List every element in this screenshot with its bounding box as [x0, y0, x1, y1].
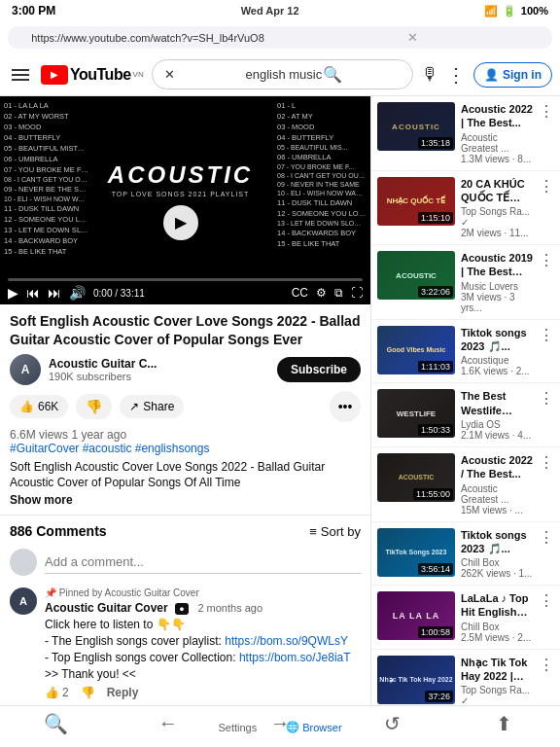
channel-subs: 190K subscribers	[49, 371, 157, 382]
comment-link-1[interactable]: https://bom.so/9QWLsY	[225, 634, 348, 648]
comment-link-2[interactable]: https://bom.so/Je8iaT	[239, 651, 351, 664]
fullscreen-button[interactable]: ⛶	[351, 286, 363, 300]
sidebar-video-7[interactable]: TikTok Songs 2023 3:56:14 Tiktok songs 2…	[371, 522, 560, 587]
playlist-item: 12 - SOMEONE YOU LOVED	[4, 214, 88, 225]
sidebar-video-1[interactable]: ACOUSTIC 1:35:18 Acoustic 2022 | The Bes…	[371, 96, 560, 171]
like-button[interactable]: 👍 66K	[10, 395, 68, 418]
sidebar-video-inner-7[interactable]: TikTok Songs 2023 3:56:14 Tiktok songs 2…	[371, 522, 560, 587]
sidebar: ACOUSTIC 1:35:18 Acoustic 2022 | The Bes…	[370, 96, 560, 747]
status-icons: 📶 🔋 100%	[484, 5, 548, 18]
sidebar-video-4[interactable]: Good Vibes Music 1:11:03 Tiktok songs 20…	[371, 320, 560, 384]
comment-dislike-button-pinned[interactable]: 👎	[81, 686, 95, 699]
search-bar[interactable]: ✕ english music 🔍	[152, 59, 413, 89]
sort-by-button[interactable]: ≡ Sort by	[309, 524, 361, 539]
playlist-item: 02 - AT MY WORST	[4, 111, 88, 122]
sidebar-video-inner-1[interactable]: ACOUSTIC 1:35:18 Acoustic 2022 | The Bes…	[371, 96, 560, 171]
sign-in-button[interactable]: 👤 Sign in	[473, 62, 552, 88]
address-bar[interactable]: https://www.youtube.com/watch?v=SH_lb4rV…	[8, 26, 552, 49]
sidebar-more-5[interactable]: ⋮	[539, 389, 554, 441]
playlist-item-r: 03 - MOOD	[277, 122, 367, 132]
reply-button-pinned[interactable]: Reply	[107, 686, 139, 699]
sidebar-thumb-5: WESTLIFE 1:50:33	[377, 389, 455, 438]
more-options-icon[interactable]: ⋮	[446, 63, 466, 87]
back-icon: ←	[158, 712, 178, 734]
comments-count: 886 Comments	[10, 523, 107, 539]
dislike-icon-comment: 👎	[81, 686, 95, 699]
more-actions-button[interactable]: •••	[330, 391, 361, 422]
channel-name[interactable]: Acoustic Guitar C...	[49, 357, 157, 371]
search-clear-icon[interactable]: ✕	[164, 67, 242, 82]
sidebar-more-1[interactable]: ⋮	[539, 102, 554, 164]
comment-author-pinned[interactable]: Acoustic Guitar Cover	[45, 601, 168, 615]
sidebar-meta-2: 2M views · 11...	[461, 228, 533, 238]
clear-icon[interactable]: ✕	[280, 30, 544, 45]
time-display: 0:00 / 33:11	[93, 288, 284, 299]
share-icon: ⬆	[496, 712, 512, 735]
playlist-item: 10 - ELI - WISH NOW WAS LATER	[4, 195, 88, 203]
sign-in-label: Sign in	[503, 68, 542, 82]
sidebar-video-5[interactable]: WESTLIFE 1:50:33 The Best Westlife Songs…	[371, 383, 560, 447]
sidebar-channel-6: Acoustic Greatest ...	[461, 483, 533, 505]
sidebar-video-inner-2[interactable]: NHẠC QUỐC TẾ 1:15:10 20 CA KHÚC QUỐC TẾ …	[371, 171, 560, 246]
duration-5: 1:50:33	[418, 424, 453, 436]
playlist-item-r: 01 - L	[277, 100, 367, 111]
browser-label[interactable]: 🌐 Browser	[286, 721, 341, 733]
playlist-item-r: 09 - NEVER IN THE SAME	[277, 180, 367, 189]
hamburger-menu[interactable]	[8, 65, 33, 85]
sidebar-video-8[interactable]: LA LA LA 1:00:58 LaLaLa ♪ Top Hit Englis…	[371, 586, 560, 650]
sidebar-more-3[interactable]: ⋮	[539, 251, 554, 313]
show-more-button[interactable]: Show more	[10, 493, 361, 507]
share-button[interactable]: ↗ Share	[120, 395, 184, 418]
comment-like-count: 2	[62, 686, 69, 699]
comments-header: 886 Comments ≡ Sort by	[10, 523, 361, 539]
time-ago-text: 1 year ago	[71, 428, 126, 442]
sidebar-title-7: Tiktok songs 2023 🎵...	[461, 528, 533, 556]
comment-time-pinned: 2 months ago	[197, 602, 262, 614]
sidebar-video-inner-4[interactable]: Good Vibes Music 1:11:03 Tiktok songs 20…	[371, 320, 560, 384]
sidebar-video-inner-5[interactable]: WESTLIFE 1:50:33 The Best Westlife Songs…	[371, 383, 560, 447]
comment-input[interactable]	[45, 551, 361, 574]
sidebar-thumb-8: LA LA LA 1:00:58	[377, 591, 455, 640]
action-row: 👍 66K 👎 ↗ Share •••	[10, 391, 361, 422]
sidebar-more-7[interactable]: ⋮	[539, 528, 554, 580]
play-pause-button[interactable]: ▶	[8, 285, 18, 301]
volume-icon[interactable]: 🔊	[69, 285, 86, 301]
pip-button[interactable]: ⧉	[334, 286, 343, 300]
play-button[interactable]: ▶	[163, 205, 198, 240]
subscribe-button[interactable]: Subscribe	[277, 357, 361, 382]
video-description: Soft English Acoustic Cover Love Songs 2…	[10, 459, 361, 492]
sidebar-video-inner-6[interactable]: ACOUSTIC 11:55:00 Acoustic 2022 / The Be…	[371, 447, 560, 522]
progress-bar[interactable]	[8, 278, 363, 281]
sidebar-more-2[interactable]: ⋮	[539, 177, 554, 239]
sidebar-more-6[interactable]: ⋮	[539, 453, 554, 516]
sidebar-video-3[interactable]: ACOUSTIC 3:22:06 Acoustic 2019 | The Bes…	[371, 245, 560, 320]
sidebar-more-4[interactable]: ⋮	[539, 326, 554, 377]
sidebar-more-8[interactable]: ⋮	[539, 591, 554, 643]
nav-back[interactable]: ←	[112, 712, 224, 735]
video-player[interactable]: 01 - LA LA LA 02 - AT MY WORST 03 - MOOD…	[0, 96, 370, 304]
dislike-button[interactable]: 👎	[76, 394, 112, 419]
main-content: 01 - LA LA LA 02 - AT MY WORST 03 - MOOD…	[0, 96, 560, 747]
video-section: 01 - LA LA LA 02 - AT MY WORST 03 - MOOD…	[0, 96, 370, 747]
sign-in-user-icon: 👤	[484, 68, 499, 82]
like-count: 66K	[38, 400, 58, 413]
youtube-logo[interactable]: YouTube VN	[41, 65, 144, 85]
comment-like-button-pinned[interactable]: 👍 2	[45, 686, 69, 699]
search-icon[interactable]: 🔍	[323, 65, 401, 84]
share-label: Share	[143, 400, 174, 413]
next-button[interactable]: ⏭	[48, 285, 61, 301]
nav-share[interactable]: ⬆	[448, 712, 560, 735]
reload-icon: ↺	[384, 712, 401, 735]
nav-reload[interactable]: ↺	[336, 712, 448, 735]
previous-button[interactable]: ⏮	[26, 285, 40, 301]
sidebar-video-6[interactable]: ACOUSTIC 11:55:00 Acoustic 2022 / The Be…	[371, 447, 560, 522]
mic-icon[interactable]: 🎙	[421, 64, 438, 85]
sidebar-info-5: The Best Westlife Songs... Lydia OS 2.1M…	[461, 389, 533, 441]
sidebar-video-inner-8[interactable]: LA LA LA 1:00:58 LaLaLa ♪ Top Hit Englis…	[371, 586, 560, 650]
sidebar-video-2[interactable]: NHẠC QUỐC TẾ 1:15:10 20 CA KHÚC QUỐC TẾ …	[371, 171, 560, 246]
sidebar-video-inner-3[interactable]: ACOUSTIC 3:22:06 Acoustic 2019 | The Bes…	[371, 245, 560, 320]
settings-button[interactable]: ⚙	[316, 286, 327, 300]
nav-search[interactable]: 🔍	[0, 712, 112, 735]
captions-button[interactable]: CC	[292, 286, 308, 300]
settings-label[interactable]: Settings	[218, 722, 257, 733]
